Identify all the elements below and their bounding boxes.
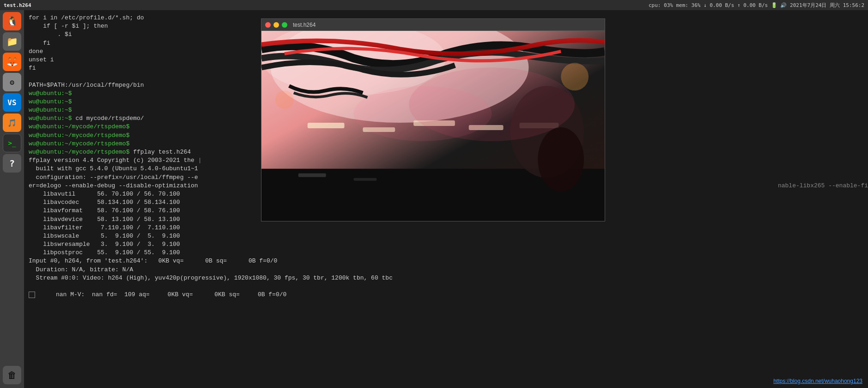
firefox-icon[interactable]: 🦊 (3, 53, 21, 71)
svg-rect-3 (308, 123, 345, 128)
csdn-link[interactable]: https://blog.csdn.net/wuhaohong123 (773, 378, 862, 384)
vlc-icon[interactable]: 🎵 (3, 113, 21, 132)
svg-rect-9 (298, 173, 326, 177)
files-icon[interactable]: 📁 (3, 32, 21, 51)
settings-icon[interactable]: ⚙ (3, 73, 21, 91)
term-line: libswresample 3. 9.100 / 3. 9.100 (29, 240, 863, 249)
terminal-icon[interactable]: >_ (3, 134, 21, 152)
top-bar: test.h264 cpu: 03% mem: 36% ↓ 0.00 B/s ↑… (0, 0, 868, 10)
maximize-button[interactable] (282, 22, 287, 28)
ubuntu-icon[interactable]: 🐧 (3, 12, 21, 30)
video-frame (261, 31, 605, 221)
svg-point-12 (538, 127, 584, 192)
svg-point-15 (561, 63, 589, 90)
term-line: libswscale 5. 9.100 / 5. 9.100 (29, 232, 863, 240)
term-line: nan M-V: nan fd= 109 aq= 0KB vq= 0KB sq=… (29, 282, 863, 308)
video-svg (261, 31, 605, 221)
svg-point-14 (353, 86, 492, 141)
trash-icon[interactable]: 🗑 (3, 366, 21, 384)
video-player-window: test.h264 (261, 18, 605, 221)
dock: 🐧 📁 🦊 ⚙ VS 🎵 >_ ? 🗑 (0, 10, 24, 388)
then-keyword: then (93, 23, 108, 30)
term-line: Input #0, h264, from 'test.h264': 0KB vq… (29, 257, 863, 265)
svg-rect-10 (353, 178, 376, 181)
window-title: test.h264 (4, 2, 31, 8)
term-line: libavfilter 7.110.100 / 7.110.100 (29, 224, 863, 232)
help-icon[interactable]: ? (3, 154, 21, 173)
video-window-title: test.h264 (293, 22, 316, 28)
video-titlebar: test.h264 (261, 19, 605, 31)
close-button[interactable] (265, 22, 271, 28)
system-status: cpu: 03% mem: 36% ↓ 0.00 B/s ↑ 0.00 B/s … (649, 2, 864, 9)
term-line: libpostproc 55. 9.100 / 55. 9.100 (29, 249, 863, 257)
minimize-button[interactable] (273, 22, 279, 28)
svg-point-16 (275, 90, 294, 109)
vscode-icon[interactable]: VS (3, 93, 21, 112)
term-line: Duration: N/A, bitrate: N/A (29, 266, 863, 274)
term-line: Stream #0:0: Video: h264 (High), yuv420p… (29, 274, 863, 282)
